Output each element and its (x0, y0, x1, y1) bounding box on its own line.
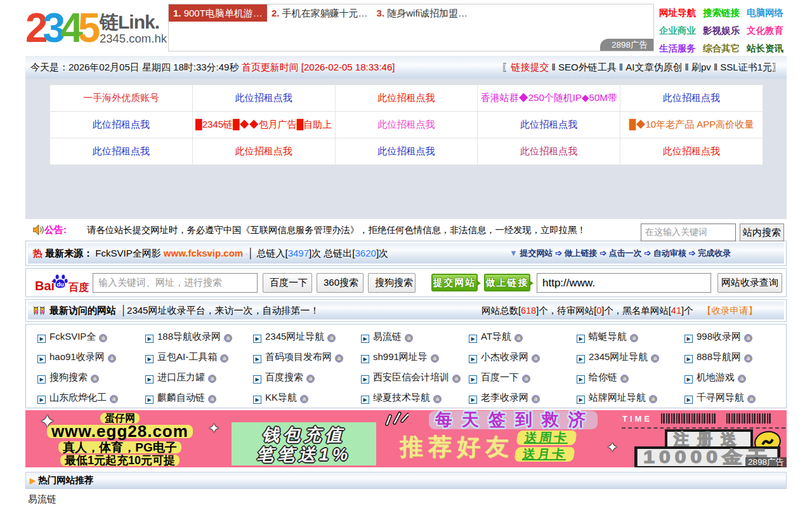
svg-text:du: du (56, 281, 64, 288)
